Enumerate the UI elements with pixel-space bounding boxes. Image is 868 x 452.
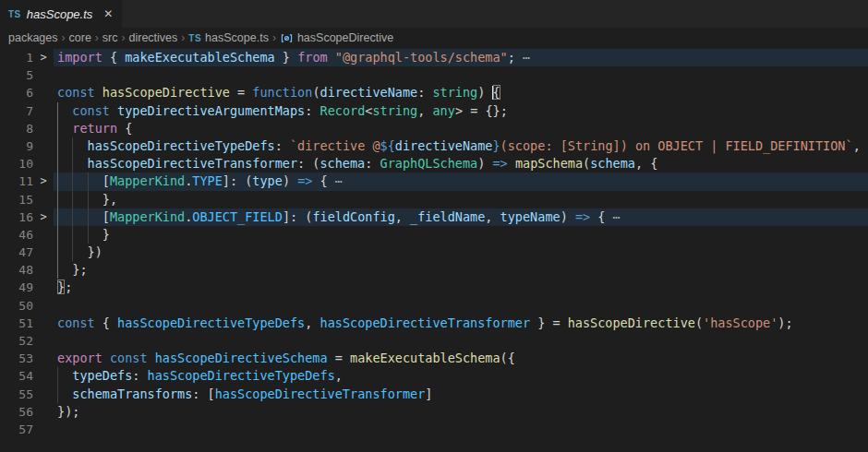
line-number[interactable]: 47: [0, 244, 33, 261]
code-line-content[interactable]: export const hasScopeDirectiveSchema = m…: [54, 350, 868, 367]
line-number[interactable]: 1: [0, 49, 33, 66]
code-line-content[interactable]: [54, 421, 868, 438]
fold-chevron-placeholder: [33, 261, 54, 279]
breadcrumb-label: packages: [8, 31, 58, 44]
code-line-content[interactable]: },: [54, 191, 868, 208]
token: makeExecutableSchema: [350, 351, 500, 365]
token: [57, 138, 88, 153]
close-icon[interactable]: ✕: [103, 7, 113, 20]
code-line-content[interactable]: [54, 297, 868, 315]
code-line-content[interactable]: hasScopeDirectiveTransformer: (schema: G…: [54, 155, 868, 172]
fold-chevron-placeholder: [33, 137, 54, 155]
token: typeDirectiveArgumentMaps: [117, 103, 305, 118]
line-number[interactable]: 50: [0, 297, 33, 315]
line-number[interactable]: 15: [0, 191, 33, 208]
token: hasScopeDirective: [102, 85, 230, 100]
folded-region-ellipsis[interactable]: ⋯: [613, 209, 621, 224]
token: {: [312, 173, 334, 188]
breadcrumb-item-hasscope-ts[interactable]: TShasScope.ts: [188, 31, 269, 44]
code-line-content[interactable]: [54, 66, 868, 84]
folded-region-ellipsis[interactable]: ⋯: [515, 50, 530, 65]
fold-chevron-placeholder: [33, 84, 54, 101]
code-line-content[interactable]: typeDefs: hasScopeDirectiveTypeDefs,: [54, 367, 868, 385]
breadcrumb-label: directives: [129, 31, 178, 44]
token: }: [57, 227, 110, 242]
line-number[interactable]: 53: [0, 350, 33, 367]
breadcrumb-item-src[interactable]: src: [102, 31, 118, 44]
code-text: [MapperKind.OBJECT_FIELD]: (fieldConfig,…: [54, 208, 868, 226]
code-line-content[interactable]: }: [54, 226, 868, 244]
token: =>: [297, 173, 312, 188]
breadcrumb-label: src: [102, 31, 118, 44]
token: );: [778, 315, 792, 330]
token: ,: [485, 209, 500, 224]
code-line-content[interactable]: };: [54, 261, 868, 279]
code-text: }: [54, 226, 868, 244]
breadcrumb-item-packages[interactable]: packages: [8, 31, 58, 44]
code-text: },: [54, 191, 868, 208]
line-number[interactable]: 52: [0, 332, 33, 350]
token: ,: [417, 103, 432, 118]
fold-chevron-icon[interactable]: >: [33, 49, 54, 66]
code-line-content[interactable]: const { hasScopeDirectiveTypeDefs, hasSc…: [54, 315, 868, 332]
code-line-content[interactable]: hasScopeDirectiveTypeDefs: `directive @$…: [54, 137, 868, 155]
gutter: 47: [0, 244, 54, 261]
line-number[interactable]: 7: [0, 102, 33, 120]
gutter: 5: [0, 66, 54, 84]
line-number[interactable]: 11: [0, 172, 33, 190]
line-number[interactable]: 16: [0, 208, 33, 226]
code-line-content[interactable]: const typeDirectiveArgumentMaps: Record<…: [54, 102, 868, 120]
code-line-content[interactable]: });: [54, 403, 868, 421]
token: from: [297, 50, 335, 65]
code-line-6: 6const hasScopeDirective = function(dire…: [0, 84, 868, 101]
code-line-content[interactable]: const hasScopeDirective = function(direc…: [54, 84, 868, 101]
code-editor[interactable]: 1>import { makeExecutableSchema } from "…: [0, 48, 868, 452]
gutter: 7: [0, 102, 54, 120]
token: hasScopeDirectiveTransformer: [88, 156, 298, 171]
line-number[interactable]: 51: [0, 315, 33, 332]
code-line-8: 8 return {: [0, 120, 868, 137]
code-line-content[interactable]: [54, 332, 868, 350]
gutter: 54: [0, 367, 54, 385]
line-number[interactable]: 10: [0, 155, 33, 172]
line-number[interactable]: 6: [0, 84, 33, 101]
code-line-content[interactable]: [MapperKind.TYPE]: (type) => { ⋯: [54, 172, 868, 190]
line-number[interactable]: 49: [0, 279, 33, 296]
code-line-10: 10 hasScopeDirectiveTransformer: (schema…: [0, 155, 868, 172]
breadcrumb-item-core[interactable]: core: [69, 31, 91, 44]
code-line-content[interactable]: return {: [54, 120, 868, 137]
code-text: };: [54, 261, 868, 279]
code-line-content[interactable]: import { makeExecutableSchema } from "@g…: [54, 49, 868, 66]
breadcrumb-item-directives[interactable]: directives: [129, 31, 178, 44]
line-number[interactable]: 56: [0, 403, 33, 421]
token: fieldConfig: [312, 209, 394, 224]
fold-chevron-icon[interactable]: >: [33, 208, 54, 226]
token: [: [57, 209, 110, 224]
token: ]: [425, 387, 432, 401]
gutter: 16>: [0, 208, 54, 226]
line-number[interactable]: 8: [0, 120, 33, 137]
line-number[interactable]: 57: [0, 421, 33, 438]
code-line-content[interactable]: [MapperKind.OBJECT_FIELD]: (fieldConfig,…: [54, 208, 868, 226]
code-line-content[interactable]: };: [54, 279, 868, 296]
line-number[interactable]: 46: [0, 226, 33, 244]
code-line-content[interactable]: }): [54, 244, 868, 261]
token: =: [328, 351, 350, 365]
code-line-content[interactable]: schemaTransforms: [hasScopeDirectiveTran…: [54, 386, 868, 403]
code-line-54: 54 typeDefs: hasScopeDirectiveTypeDefs,: [0, 367, 868, 385]
line-number[interactable]: 54: [0, 367, 33, 385]
token: schema: [590, 156, 635, 171]
line-number[interactable]: 5: [0, 66, 33, 84]
tab-hasscope[interactable]: TS hasScope.ts ✕: [0, 0, 122, 28]
breadcrumb-separator-icon: ›: [62, 31, 66, 44]
line-number[interactable]: 9: [0, 137, 33, 155]
fold-chevron-icon[interactable]: >: [33, 172, 54, 190]
folded-region-ellipsis[interactable]: ⋯: [335, 173, 343, 188]
token: schemaTransforms: [72, 387, 192, 401]
token: mapSchema: [515, 156, 583, 171]
breadcrumb-item-hasscopedirective[interactable]: hasScopeDirective: [280, 30, 393, 44]
line-number[interactable]: 48: [0, 261, 33, 279]
line-number[interactable]: 55: [0, 386, 33, 403]
ts-file-icon: TS: [8, 9, 21, 19]
token: ,: [335, 368, 343, 383]
